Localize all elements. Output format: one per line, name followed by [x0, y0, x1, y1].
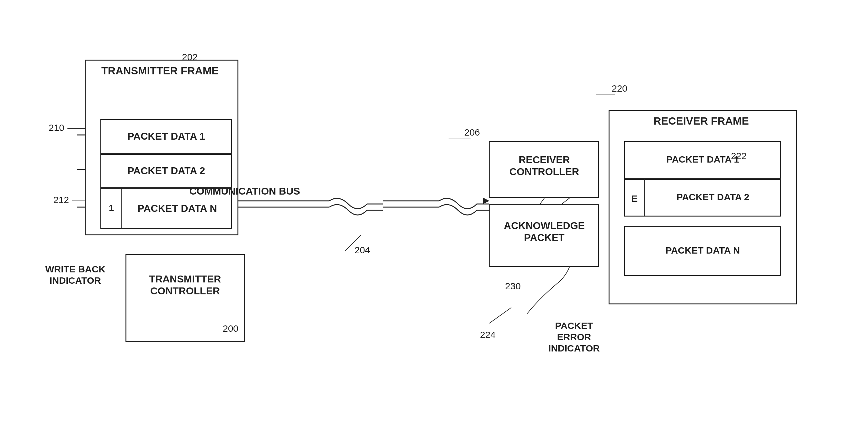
acknowledge-packet-label: ACKNOWLEDGE PACKET [489, 220, 599, 244]
ref-206: 206 [464, 127, 480, 138]
ref-220: 220 [612, 83, 627, 94]
receiver-frame-label: RECEIVER FRAME [612, 115, 790, 127]
tx-packet-n-number-label: 1 [100, 202, 122, 214]
receiver-controller-label: RECEIVER CONTROLLER [489, 154, 599, 178]
ref-210: 210 [49, 122, 64, 133]
diagram: TRANSMITTER FRAME PACKET DATA 1 PACKET D… [0, 0, 868, 445]
rx-packet-2-e-label: E [624, 193, 645, 204]
ref-212: 212 [53, 195, 69, 205]
ref-204: 204 [354, 245, 370, 256]
transmitter-frame-label: TRANSMITTER FRAME [94, 64, 226, 77]
communication-bus-label: COMMUNICATION BUS [176, 185, 314, 197]
ref-230: 230 [505, 281, 521, 292]
write-back-indicator-label: WRITE BACK INDICATOR [28, 264, 122, 286]
transmitter-controller-label: TRANSMITTER CONTROLLER [125, 273, 245, 297]
rx-packet-data-2-label: PACKET DATA 2 [645, 191, 781, 203]
svg-line-26 [489, 307, 511, 323]
ref-202: 202 [182, 52, 198, 62]
tx-packet-data-1-label: PACKET DATA 1 [100, 130, 232, 142]
tx-packet-data-n-label: PACKET DATA N [122, 202, 232, 214]
packet-error-indicator-label: PACKET ERROR INDICATOR [533, 320, 615, 354]
rx-packet-data-1-label: PACKET DATA 1 [624, 154, 781, 165]
rx-packet-data-n-label: PACKET DATA N [624, 245, 781, 256]
ref-224: 224 [480, 329, 496, 340]
ref-222: 222 [731, 151, 747, 161]
svg-marker-4 [483, 198, 489, 204]
tx-packet-data-2-label: PACKET DATA 2 [100, 165, 232, 177]
ref-200: 200 [223, 323, 239, 334]
